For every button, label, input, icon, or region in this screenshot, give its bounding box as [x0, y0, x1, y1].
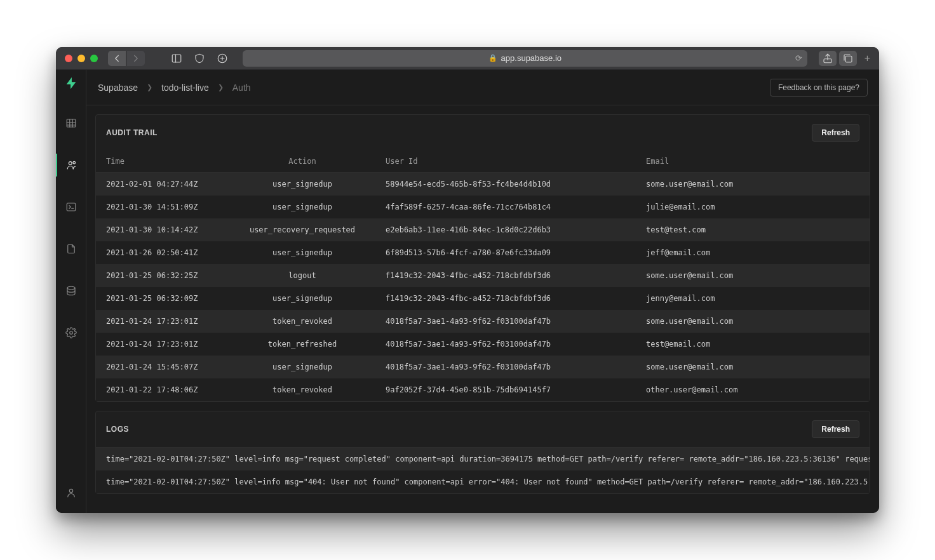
- table-row[interactable]: 2021-01-25 06:32:25Zlogoutf1419c32-2043-…: [96, 264, 870, 287]
- reload-icon[interactable]: ⟳: [795, 53, 802, 63]
- chevron-right-icon: ❯: [147, 83, 152, 91]
- lock-icon: 🔒: [488, 54, 497, 62]
- cell-userid: 4018f5a7-3ae1-4a93-9f62-f03100daf47b: [375, 310, 636, 333]
- cell-userid: e2eb6ab3-11ee-416b-84ec-1c8d0c22d6b3: [375, 218, 636, 241]
- shield-button[interactable]: [191, 51, 208, 66]
- cell-email: some.user@email.com: [636, 356, 870, 378]
- audit-refresh-button[interactable]: Refresh: [812, 124, 859, 142]
- logs-refresh-button[interactable]: Refresh: [812, 420, 859, 438]
- gear-icon: [65, 327, 77, 338]
- sidebar-item-docs[interactable]: [56, 237, 86, 260]
- url-text: app.supabase.io: [501, 53, 562, 63]
- breadcrumb-org[interactable]: Supabase: [98, 83, 138, 93]
- svg-point-13: [72, 161, 75, 164]
- sidebar-item-sql[interactable]: [56, 196, 86, 218]
- table-icon: [65, 117, 77, 129]
- shield-icon: [194, 53, 205, 64]
- breadcrumb: Supabase ❯ todo-list-live ❯ Auth: [98, 83, 251, 93]
- close-window-icon[interactable]: [65, 55, 72, 62]
- format-button[interactable]: [213, 51, 231, 66]
- sidebar-toggle-button[interactable]: [168, 51, 185, 66]
- breadcrumb-page: Auth: [232, 83, 251, 93]
- tabs-button[interactable]: [839, 51, 857, 66]
- svg-point-12: [69, 162, 72, 165]
- content-scroll[interactable]: AUDIT TRAIL Refresh Time Action User Id …: [86, 105, 879, 513]
- main-area: Supabase ❯ todo-list-live ❯ Auth Feedbac…: [86, 70, 879, 513]
- cell-time: 2021-01-30 10:14:42Z: [96, 218, 229, 241]
- forward-button[interactable]: [127, 51, 145, 66]
- share-button[interactable]: [819, 51, 837, 66]
- col-userid: User Id: [375, 150, 636, 173]
- feedback-button[interactable]: Feedback on this page?: [770, 79, 868, 97]
- url-bar[interactable]: 🔒 app.supabase.io ⟳: [243, 50, 807, 67]
- tabs-icon: [842, 53, 854, 64]
- svg-rect-14: [67, 203, 76, 211]
- col-time: Time: [96, 150, 229, 173]
- cell-userid: 9af2052f-37d4-45e0-851b-75db694145f7: [375, 378, 636, 401]
- cell-time: 2021-01-24 17:23:01Z: [96, 333, 229, 356]
- sidebar-item-table[interactable]: [56, 112, 86, 135]
- logo-icon: [64, 76, 78, 90]
- cell-email: jeff@email.com: [636, 241, 870, 264]
- cell-userid: 4018f5a7-3ae1-4a93-9f62-f03100daf47b: [375, 333, 636, 356]
- cell-time: 2021-01-24 17:23:01Z: [96, 310, 229, 333]
- cell-action: token_revoked: [229, 310, 375, 333]
- breadcrumb-project[interactable]: todo-list-live: [161, 83, 209, 93]
- app-body: Supabase ❯ todo-list-live ❯ Auth Feedbac…: [56, 70, 879, 513]
- chevron-right-icon: ❯: [218, 83, 224, 91]
- chevron-left-icon: [111, 53, 123, 64]
- table-row[interactable]: 2021-01-24 15:45:07Zuser_signedup4018f5a…: [96, 356, 870, 378]
- terminal-icon: [65, 201, 77, 213]
- table-row[interactable]: 2021-01-30 14:51:09Zuser_signedup4faf589…: [96, 196, 870, 218]
- cell-userid: f1419c32-2043-4fbc-a452-718cbfdbf3d6: [375, 287, 636, 310]
- cell-email: test@email.com: [636, 333, 870, 356]
- col-email: Email: [636, 150, 870, 173]
- table-row[interactable]: 2021-01-25 06:32:09Zuser_signedupf1419c3…: [96, 287, 870, 310]
- cell-userid: 58944e54-ecd5-465b-8f53-fc4be4d4b10d: [375, 173, 636, 196]
- cell-userid: 6f89d513-57b6-4fcf-a780-87e6fc33da09: [375, 241, 636, 264]
- sidebar-item-auth[interactable]: [56, 154, 86, 177]
- plus-circle-icon: [217, 53, 228, 64]
- cell-time: 2021-02-01 04:27:44Z: [96, 173, 229, 196]
- cell-email: some.user@email.com: [636, 173, 870, 196]
- browser-chrome: 🔒 app.supabase.io ⟳ +: [56, 47, 879, 70]
- svg-rect-7: [67, 119, 76, 127]
- svg-point-18: [69, 489, 72, 492]
- cell-userid: 4018f5a7-3ae1-4a93-9f62-f03100daf47b: [375, 356, 636, 378]
- cell-action: user_signedup: [229, 196, 375, 218]
- new-tab-button[interactable]: +: [864, 53, 870, 64]
- log-line: time="2021-02-01T04:27:50Z" level=info m…: [96, 448, 870, 470]
- users-icon: [66, 159, 77, 171]
- table-row[interactable]: 2021-01-30 10:14:42Zuser_recovery_reques…: [96, 218, 870, 241]
- svg-rect-0: [172, 55, 181, 62]
- audit-trail-panel: AUDIT TRAIL Refresh Time Action User Id …: [95, 114, 870, 402]
- sidebar-item-database[interactable]: [56, 279, 86, 302]
- minimize-window-icon[interactable]: [77, 55, 85, 62]
- table-row[interactable]: 2021-01-24 17:23:01Ztoken_refreshed4018f…: [96, 333, 870, 356]
- cell-action: token_refreshed: [229, 333, 375, 356]
- table-row[interactable]: 2021-02-01 04:27:44Zuser_signedup58944e5…: [96, 173, 870, 196]
- cell-email: other.user@email.com: [636, 378, 870, 401]
- svg-rect-6: [845, 56, 852, 62]
- cell-userid: 4faf589f-6257-4caa-86fe-71cc764b81c4: [375, 196, 636, 218]
- cell-userid: f1419c32-2043-4fbc-a452-718cbfdbf3d6: [375, 264, 636, 287]
- col-action: Action: [229, 150, 375, 173]
- cell-time: 2021-01-25 06:32:25Z: [96, 264, 229, 287]
- svg-point-17: [69, 331, 72, 335]
- share-icon: [822, 53, 833, 64]
- cell-action: user_recovery_requested: [229, 218, 375, 241]
- browser-window: 🔒 app.supabase.io ⟳ +: [56, 47, 879, 513]
- cell-email: test@test.com: [636, 218, 870, 241]
- table-row[interactable]: 2021-01-26 02:50:41Zuser_signedup6f89d51…: [96, 241, 870, 264]
- database-icon: [65, 285, 77, 297]
- table-row[interactable]: 2021-01-22 17:48:06Ztoken_revoked9af2052…: [96, 378, 870, 401]
- back-button[interactable]: [108, 51, 126, 66]
- maximize-window-icon[interactable]: [90, 55, 98, 62]
- supabase-logo[interactable]: [64, 76, 78, 93]
- cell-time: 2021-01-30 14:51:09Z: [96, 196, 229, 218]
- sidebar-item-settings[interactable]: [56, 321, 86, 344]
- cell-time: 2021-01-24 15:45:07Z: [96, 356, 229, 378]
- table-row[interactable]: 2021-01-24 17:23:01Ztoken_revoked4018f5a…: [96, 310, 870, 333]
- sidebar-item-account[interactable]: [56, 481, 86, 504]
- user-icon: [65, 487, 77, 498]
